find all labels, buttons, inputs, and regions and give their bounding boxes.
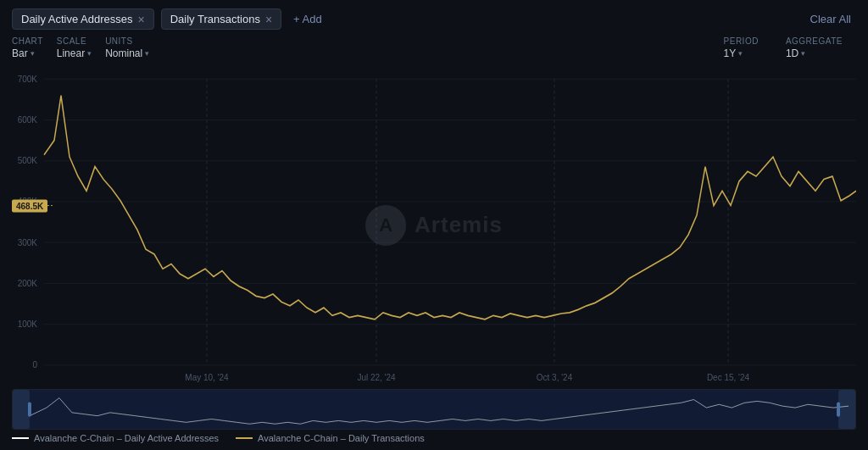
svg-text:200K: 200K <box>18 277 38 288</box>
chevron-down-icon: ▾ <box>738 49 743 58</box>
close-tab-transactions-icon[interactable]: × <box>265 14 272 25</box>
svg-text:100K: 100K <box>18 318 38 329</box>
chart-type-label: CHART <box>12 36 43 46</box>
mini-chart-svg <box>13 390 855 429</box>
svg-text:0: 0 <box>32 359 37 370</box>
add-metric-button[interactable]: + Add <box>288 9 327 29</box>
svg-text:700K: 700K <box>18 73 38 84</box>
svg-text:600K: 600K <box>18 114 38 125</box>
svg-text:300K: 300K <box>18 236 38 247</box>
svg-rect-31 <box>837 402 840 416</box>
scale-label: SCALE <box>57 36 92 46</box>
period-selector[interactable]: 1Y ▾ <box>724 47 759 59</box>
legend-label-transactions: Avalanche C-Chain – Daily Transactions <box>258 433 425 443</box>
controls-bar: CHART Bar ▾ SCALE Linear ▾ UNITS Nominal… <box>12 36 856 59</box>
scale-control: SCALE Linear ▾ <box>57 36 92 59</box>
svg-rect-30 <box>28 402 31 416</box>
legend-color-active-addresses <box>12 437 29 439</box>
svg-rect-28 <box>838 390 855 429</box>
svg-rect-29 <box>30 390 838 429</box>
svg-rect-27 <box>13 390 30 429</box>
chart-type-selector[interactable]: Bar ▾ <box>12 47 43 59</box>
aggregate-label: AGGREGATE <box>786 36 843 46</box>
legend-label-active-addresses: Avalanche C-Chain – Daily Active Address… <box>34 433 219 443</box>
main-chart-area: A Artemis 468.5K 700K 600K <box>12 64 856 386</box>
chart-type-control: CHART Bar ▾ <box>12 36 43 59</box>
svg-rect-0 <box>12 64 856 386</box>
chevron-down-icon: ▾ <box>31 49 35 58</box>
chart-legend: Avalanche C-Chain – Daily Active Address… <box>12 433 856 443</box>
chevron-down-icon: ▾ <box>145 49 149 58</box>
tab-daily-transactions[interactable]: Daily Transactions × <box>161 8 281 30</box>
units-control: UNITS Nominal ▾ <box>105 36 149 59</box>
chevron-down-icon: ▾ <box>801 49 805 58</box>
period-label: PERIOD <box>724 36 759 46</box>
units-label: UNITS <box>105 36 149 46</box>
app-container: Daily Active Addresses × Daily Transacti… <box>0 0 868 450</box>
period-control: PERIOD 1Y ▾ <box>724 36 759 59</box>
scale-selector[interactable]: Linear ▾ <box>57 47 92 59</box>
right-controls: PERIOD 1Y ▾ AGGREGATE 1D ▾ <box>724 36 856 59</box>
clear-all-button[interactable]: Clear All <box>805 9 856 29</box>
svg-text:500K: 500K <box>18 154 38 165</box>
tab-label: Daily Active Addresses <box>21 13 133 25</box>
tab-daily-active-addresses[interactable]: Daily Active Addresses × <box>12 8 154 30</box>
svg-text:May 10, '24: May 10, '24 <box>185 372 228 383</box>
units-selector[interactable]: Nominal ▾ <box>105 47 149 59</box>
svg-text:Dec 15, '24: Dec 15, '24 <box>707 372 749 383</box>
aggregate-control: AGGREGATE 1D ▾ <box>786 36 843 59</box>
chart-svg: 700K 600K 500K 400K 300K 200K 100K 0 May… <box>12 64 856 386</box>
legend-item-transactions: Avalanche C-Chain – Daily Transactions <box>236 433 425 443</box>
aggregate-selector[interactable]: 1D ▾ <box>786 47 843 59</box>
tab-list: Daily Active Addresses × Daily Transacti… <box>12 8 327 30</box>
legend-item-active-addresses: Avalanche C-Chain – Daily Active Address… <box>12 433 219 443</box>
legend-color-transactions <box>236 437 253 439</box>
current-value-badge: 468.5K <box>12 199 47 212</box>
close-tab-active-addresses-icon[interactable]: × <box>138 14 145 25</box>
svg-text:Oct 3, '24: Oct 3, '24 <box>537 372 572 383</box>
mini-chart[interactable] <box>12 389 856 430</box>
svg-text:Jul 22, '24: Jul 22, '24 <box>357 372 395 383</box>
top-bar: Daily Active Addresses × Daily Transacti… <box>12 8 856 30</box>
chevron-down-icon: ▾ <box>87 49 92 58</box>
tab-label: Daily Transactions <box>170 13 260 25</box>
